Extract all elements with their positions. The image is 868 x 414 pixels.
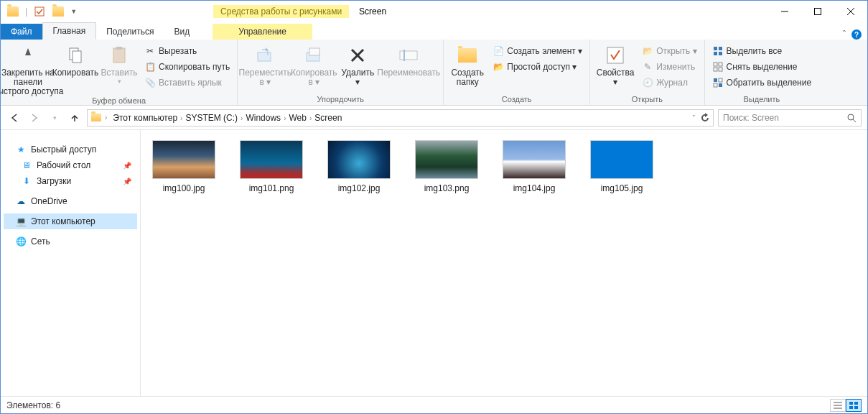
select-none-button[interactable]: Снять выделение xyxy=(709,60,815,74)
help-icon[interactable]: ? xyxy=(851,29,862,40)
svg-rect-8 xyxy=(116,47,122,50)
cut-button[interactable]: ✂Вырезать xyxy=(141,44,233,58)
breadcrumb-item[interactable]: Web xyxy=(286,111,309,124)
select-all-button[interactable]: Выделить все xyxy=(709,44,815,58)
newitem-icon: 📄 xyxy=(493,45,504,57)
history-button[interactable]: 🕘Журнал xyxy=(639,75,699,90)
file-item[interactable]: img105.jpg xyxy=(586,140,658,193)
window-title: Screen xyxy=(359,6,386,17)
tab-manage[interactable]: Управление xyxy=(213,24,312,40)
copy-button[interactable]: Копировать xyxy=(54,41,97,78)
tab-file[interactable]: Файл xyxy=(1,24,42,40)
easy-access-button[interactable]: 📂Простой доступ ▾ xyxy=(490,60,585,74)
open-icon: 📂 xyxy=(642,45,653,57)
new-folder-button[interactable]: Создать папку xyxy=(448,41,487,87)
file-item[interactable]: img102.jpg xyxy=(323,140,395,193)
breadcrumb-item[interactable]: Этот компьютер xyxy=(110,111,180,124)
ribbon-group-select: Выделить все Снять выделение Обратить вы… xyxy=(705,40,819,105)
minimize-button[interactable] xyxy=(768,1,801,22)
file-list: img100.jpgimg101.pngimg102.jpgimg103.png… xyxy=(141,130,867,396)
tab-view[interactable]: Вид xyxy=(164,24,200,40)
file-item[interactable]: img100.jpg xyxy=(148,140,220,193)
chevron-right-icon[interactable]: › xyxy=(105,114,107,121)
view-thumbnails-button[interactable] xyxy=(846,399,862,412)
breadcrumb-item[interactable]: SYSTEM (C:) xyxy=(182,111,241,124)
svg-point-29 xyxy=(848,114,854,120)
recent-dropdown[interactable]: ▾ xyxy=(47,110,62,126)
qat-sep: | xyxy=(25,6,27,17)
nav-onedrive[interactable]: ☁OneDrive xyxy=(4,193,137,209)
checkbox-icon[interactable] xyxy=(33,5,46,18)
svg-rect-36 xyxy=(849,406,853,409)
copy-to-button[interactable]: Копировать в ▾ xyxy=(291,41,337,87)
paste-shortcut-button[interactable]: 📎Вставить ярлык xyxy=(141,75,233,90)
svg-rect-34 xyxy=(849,402,853,405)
svg-rect-37 xyxy=(854,406,858,409)
paste-button[interactable]: Вставить ▾ xyxy=(100,41,139,85)
svg-rect-17 xyxy=(714,47,717,50)
pin-icon: 📌 xyxy=(123,178,131,185)
view-details-button[interactable] xyxy=(830,399,846,412)
thumbnail-image xyxy=(503,140,566,179)
open-button[interactable]: 📂Открыть ▾ xyxy=(639,44,699,58)
pin-icon: 📌 xyxy=(123,162,131,170)
close-button[interactable] xyxy=(834,1,867,22)
file-item[interactable]: img101.png xyxy=(235,140,307,193)
new-item-button[interactable]: 📄Создать элемент ▾ xyxy=(490,44,585,58)
tab-share[interactable]: Поделиться xyxy=(96,24,164,40)
file-item[interactable]: img104.jpg xyxy=(498,140,570,193)
breadcrumb-item[interactable]: Screen xyxy=(312,111,345,124)
nav-quick-access[interactable]: ★Быстрый доступ xyxy=(4,142,137,157)
move-to-button[interactable]: Переместить в ▾ xyxy=(242,41,288,87)
search-icon xyxy=(846,113,857,123)
forward-button[interactable] xyxy=(27,110,42,126)
tab-home[interactable]: Главная xyxy=(42,22,97,40)
svg-rect-16 xyxy=(607,47,623,63)
svg-rect-24 xyxy=(719,68,722,71)
paste-icon xyxy=(108,44,131,67)
shortcut-icon: 📎 xyxy=(144,77,156,88)
address-bar[interactable]: › Этот компьютер›SYSTEM (C:)›Windows›Web… xyxy=(87,109,714,126)
delete-button[interactable]: Удалить ▾ xyxy=(340,41,375,87)
refresh-icon[interactable] xyxy=(700,113,710,123)
svg-rect-9 xyxy=(258,52,271,61)
scissors-icon: ✂ xyxy=(144,45,156,57)
svg-rect-7 xyxy=(113,48,125,63)
navigation-pane: ★Быстрый доступ 🖥Рабочий стол📌 ⬇Загрузки… xyxy=(1,130,141,396)
qat-dropdown-icon[interactable]: ▼ xyxy=(70,8,77,15)
invert-selection-button[interactable]: Обратить выделение xyxy=(709,75,815,90)
history-icon: 🕘 xyxy=(642,77,653,88)
thumbnail-image xyxy=(327,140,391,179)
up-button[interactable] xyxy=(67,110,83,126)
chevron-down-icon[interactable]: ˅ xyxy=(692,114,696,121)
rename-button[interactable]: Переименовать xyxy=(378,41,439,78)
file-name: img100.jpg xyxy=(163,183,205,193)
pin-to-quick-access-button[interactable]: Закрепить на панели быстрого доступа xyxy=(5,41,51,96)
ribbon: Закрепить на панели быстрого доступа Коп… xyxy=(1,40,867,106)
svg-rect-6 xyxy=(73,51,81,63)
collapse-ribbon-icon[interactable]: ˆ xyxy=(843,29,846,40)
properties-button[interactable]: Свойства ▾ xyxy=(594,41,636,87)
ribbon-group-clipboard: Закрепить на панели быстрого доступа Коп… xyxy=(1,40,238,105)
svg-rect-25 xyxy=(714,78,717,82)
maximize-button[interactable] xyxy=(801,1,834,22)
folder-icon[interactable] xyxy=(52,5,65,18)
nav-desktop[interactable]: 🖥Рабочий стол📌 xyxy=(4,157,137,173)
computer-icon: 💻 xyxy=(15,216,27,227)
easyaccess-icon: 📂 xyxy=(493,61,504,73)
breadcrumb-item[interactable]: Windows xyxy=(243,111,284,124)
svg-rect-22 xyxy=(719,63,722,66)
back-button[interactable] xyxy=(6,110,22,126)
file-item[interactable]: img103.png xyxy=(411,140,482,193)
nav-network[interactable]: 🌐Сеть xyxy=(4,234,137,249)
nav-this-pc[interactable]: 💻Этот компьютер xyxy=(4,213,137,229)
file-name: img104.jpg xyxy=(513,183,556,193)
thumbnail-image xyxy=(415,140,478,179)
search-input[interactable]: Поиск: Screen xyxy=(718,109,862,126)
selectnone-icon xyxy=(712,61,724,73)
desktop-icon: 🖥 xyxy=(21,160,32,171)
edit-button[interactable]: ✎Изменить xyxy=(639,60,699,74)
copy-icon xyxy=(64,44,87,67)
copy-path-button[interactable]: 📋Скопировать путь xyxy=(141,60,233,74)
nav-downloads[interactable]: ⬇Загрузки📌 xyxy=(4,173,137,189)
